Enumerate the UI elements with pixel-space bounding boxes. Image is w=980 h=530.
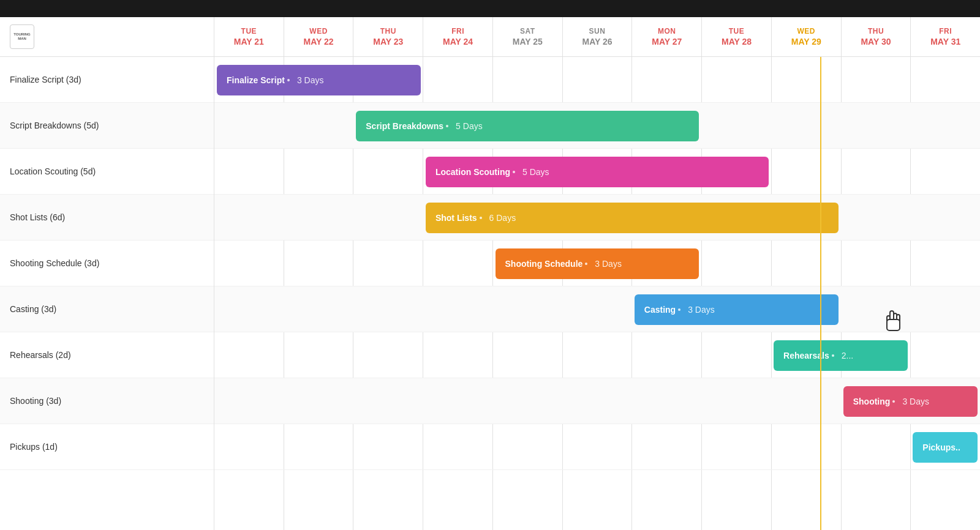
task-label-0: Finalize Script (3d) xyxy=(0,57,214,103)
day-header-may-29[interactable]: WEDMAY 29 xyxy=(772,17,842,56)
task-label-4: Shooting Schedule (3d) xyxy=(0,241,214,286)
bar-label: Location Scouting xyxy=(435,167,510,177)
day-header-may-22[interactable]: WEDMAY 22 xyxy=(284,17,354,56)
task-label-1: Script Breakdowns (5d) xyxy=(0,103,214,149)
header-row: TOURINGMAN TUEMAY 21WEDMAY 22THUMAY 23FR… xyxy=(0,17,980,57)
today-line xyxy=(820,57,821,530)
bar-dot xyxy=(678,308,680,311)
day-header-may-23[interactable]: THUMAY 23 xyxy=(353,17,423,56)
bar-label: Pickups.. xyxy=(922,442,960,452)
gantt-area: Finalize Script3 DaysScript Breakdowns5 … xyxy=(214,57,980,530)
day-header-may-28[interactable]: TUEMAY 28 xyxy=(702,17,772,56)
calendar-header: TUEMAY 21WEDMAY 22THUMAY 23FRIMAY 24SATM… xyxy=(214,17,980,56)
gantt-bar-6[interactable]: Rehearsals2... xyxy=(774,340,908,371)
bar-dot xyxy=(287,79,290,81)
bar-days: 3 Days xyxy=(595,259,622,269)
gantt-bar-7[interactable]: Shooting3 Days xyxy=(843,386,978,417)
gantt-bar-0[interactable]: Finalize Script3 Days xyxy=(217,65,421,95)
gantt-bar-8[interactable]: Pickups.. xyxy=(913,432,978,463)
project-info: TOURINGMAN xyxy=(0,17,214,56)
day-header-may-25[interactable]: SATMAY 25 xyxy=(493,17,563,56)
day-header-may-24[interactable]: FRIMAY 24 xyxy=(423,17,493,56)
bar-dot xyxy=(585,263,587,265)
bar-label: Script Breakdowns xyxy=(366,121,443,131)
day-header-may-26[interactable]: SUNMAY 26 xyxy=(563,17,633,56)
bar-days: 3 Days xyxy=(902,397,929,406)
gantt-bar-2[interactable]: Location Scouting5 Days xyxy=(426,157,769,187)
task-label-6: Rehearsals (2d) xyxy=(0,332,214,378)
gantt-bar-3[interactable]: Shot Lists6 Days xyxy=(426,203,839,233)
gantt-bar-5[interactable]: Casting3 Days xyxy=(635,294,839,325)
project-logo: TOURINGMAN xyxy=(10,24,34,49)
bar-days: 3 Days xyxy=(688,305,715,315)
bar-dot xyxy=(480,217,482,219)
day-header-may-31[interactable]: FRIMAY 31 xyxy=(911,17,980,56)
day-header-may-27[interactable]: MONMAY 27 xyxy=(632,17,702,56)
gantt-bar-1[interactable]: Script Breakdowns5 Days xyxy=(356,111,699,141)
task-label-5: Casting (3d) xyxy=(0,286,214,332)
gantt-bars: Finalize Script3 DaysScript Breakdowns5 … xyxy=(214,57,980,530)
bar-days: 5 Days xyxy=(456,121,483,131)
day-header-may-30[interactable]: THUMAY 30 xyxy=(842,17,911,56)
bar-days: 5 Days xyxy=(522,167,549,177)
gantt-bar-4[interactable]: Shooting Schedule3 Days xyxy=(496,248,699,279)
bar-label: Rehearsals xyxy=(783,351,829,360)
task-label-2: Location Scouting (5d) xyxy=(0,149,214,195)
day-header-may-21[interactable]: TUEMAY 21 xyxy=(214,17,284,56)
bar-dot xyxy=(446,125,448,127)
bar-days: 6 Days xyxy=(489,213,516,223)
bar-label: Shooting xyxy=(853,397,891,406)
bar-dot xyxy=(892,400,895,403)
bar-label: Shot Lists xyxy=(435,213,477,223)
bar-label: Finalize Script xyxy=(227,75,285,85)
app-container: TOURINGMAN TUEMAY 21WEDMAY 22THUMAY 23FR… xyxy=(0,17,980,530)
task-labels: Finalize Script (3d)Script Breakdowns (5… xyxy=(0,57,214,530)
bar-dot xyxy=(832,354,834,357)
top-bar xyxy=(0,0,980,17)
bar-label: Casting xyxy=(644,305,676,315)
body-container: Finalize Script (3d)Script Breakdowns (5… xyxy=(0,57,980,530)
bar-days: 2... xyxy=(842,351,853,360)
bar-days: 3 Days xyxy=(297,75,324,85)
task-label-8: Pickups (1d) xyxy=(0,424,214,470)
task-label-7: Shooting (3d) xyxy=(0,378,214,424)
bar-dot xyxy=(513,171,515,173)
task-label-3: Shot Lists (6d) xyxy=(0,195,214,241)
bar-label: Shooting Schedule xyxy=(505,259,583,269)
